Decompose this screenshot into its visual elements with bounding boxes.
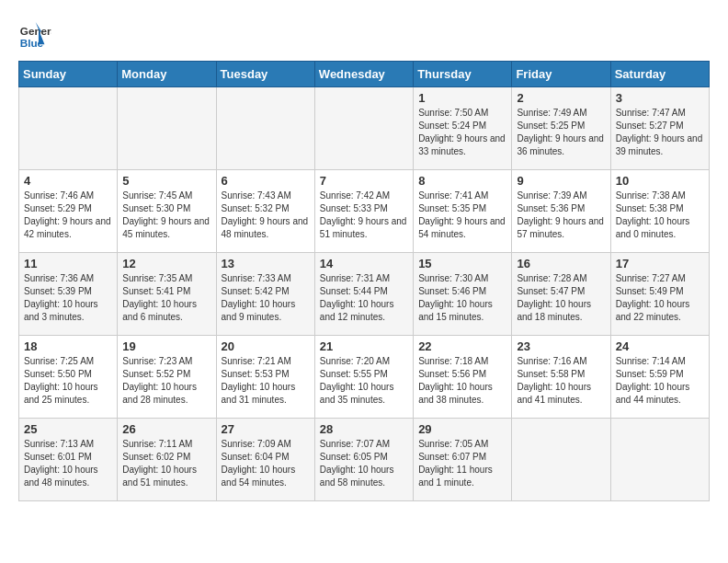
day-info: Sunset: 5:38 PM — [616, 202, 704, 215]
day-info: Sunrise: 7:14 AM — [616, 355, 704, 368]
day-number: 8 — [418, 174, 506, 188]
day-info: Sunrise: 7:42 AM — [320, 190, 408, 202]
day-info: Sunset: 5:44 PM — [320, 285, 408, 298]
calendar-cell — [19, 87, 118, 170]
day-info: Sunset: 6:01 PM — [24, 451, 112, 464]
day-number: 9 — [517, 174, 605, 188]
calendar-cell — [118, 87, 216, 170]
day-number: 26 — [122, 422, 210, 436]
logo-icon: General Blue — [18, 18, 51, 52]
day-header-friday: Friday — [512, 62, 610, 87]
day-info: Daylight: 10 hours and 0 minutes. — [616, 215, 704, 241]
calendar-cell: 16Sunrise: 7:28 AMSunset: 5:47 PMDayligh… — [512, 253, 610, 336]
calendar-table: SundayMondayTuesdayWednesdayThursdayFrid… — [18, 61, 710, 501]
day-info: Sunrise: 7:11 AM — [122, 438, 210, 451]
day-info: Daylight: 10 hours and 12 minutes. — [320, 298, 408, 324]
day-number: 17 — [616, 257, 704, 270]
day-number: 13 — [222, 257, 310, 270]
day-info: Daylight: 10 hours and 9 minutes. — [222, 298, 310, 324]
calendar-cell — [512, 419, 610, 501]
day-info: Sunset: 5:41 PM — [122, 285, 210, 298]
day-info: Daylight: 10 hours and 54 minutes. — [222, 464, 310, 489]
day-info: Sunset: 5:29 PM — [24, 202, 112, 215]
calendar-cell: 18Sunrise: 7:25 AMSunset: 5:50 PMDayligh… — [19, 336, 118, 419]
calendar-cell: 1Sunrise: 7:50 AMSunset: 5:24 PMDaylight… — [414, 87, 512, 170]
day-info: Daylight: 10 hours and 58 minutes. — [320, 464, 408, 489]
day-info: Daylight: 9 hours and 57 minutes. — [517, 215, 605, 241]
day-info: Sunrise: 7:07 AM — [320, 438, 408, 451]
day-number: 6 — [222, 174, 310, 188]
calendar-cell — [610, 419, 709, 501]
calendar-cell: 25Sunrise: 7:13 AMSunset: 6:01 PMDayligh… — [19, 419, 118, 501]
day-info: Sunrise: 7:25 AM — [24, 355, 112, 368]
day-number: 7 — [320, 174, 408, 188]
calendar-week-3: 11Sunrise: 7:36 AMSunset: 5:39 PMDayligh… — [19, 253, 710, 336]
day-info: Sunrise: 7:38 AM — [616, 190, 704, 202]
day-info: Daylight: 11 hours and 1 minute. — [418, 464, 506, 489]
calendar-cell: 23Sunrise: 7:16 AMSunset: 5:58 PMDayligh… — [512, 336, 610, 419]
calendar-cell: 4Sunrise: 7:46 AMSunset: 5:29 PMDaylight… — [19, 170, 118, 253]
day-number: 3 — [616, 91, 704, 105]
day-info: Daylight: 9 hours and 39 minutes. — [616, 132, 704, 158]
day-header-saturday: Saturday — [610, 62, 709, 87]
day-info: Daylight: 9 hours and 36 minutes. — [517, 132, 605, 158]
day-info: Sunrise: 7:27 AM — [616, 272, 704, 285]
day-info: Sunrise: 7:13 AM — [24, 438, 112, 451]
day-info: Sunset: 6:02 PM — [122, 451, 210, 464]
day-info: Sunrise: 7:23 AM — [122, 355, 210, 368]
day-info: Sunset: 5:52 PM — [122, 368, 210, 381]
day-number: 18 — [24, 339, 112, 353]
day-info: Sunset: 5:50 PM — [24, 368, 112, 381]
day-number: 16 — [517, 257, 605, 270]
day-info: Daylight: 10 hours and 25 minutes. — [24, 381, 112, 407]
day-info: Sunrise: 7:33 AM — [222, 272, 310, 285]
calendar-cell: 29Sunrise: 7:05 AMSunset: 6:07 PMDayligh… — [414, 419, 512, 501]
day-info: Sunrise: 7:45 AM — [122, 190, 210, 202]
day-info: Sunrise: 7:09 AM — [222, 438, 310, 451]
day-info: Sunrise: 7:36 AM — [24, 272, 112, 285]
calendar-cell: 5Sunrise: 7:45 AMSunset: 5:30 PMDaylight… — [118, 170, 216, 253]
day-number: 1 — [418, 91, 506, 105]
day-header-tuesday: Tuesday — [216, 62, 314, 87]
calendar-cell: 15Sunrise: 7:30 AMSunset: 5:46 PMDayligh… — [414, 253, 512, 336]
day-info: Daylight: 10 hours and 35 minutes. — [320, 381, 408, 407]
day-info: Sunset: 5:36 PM — [517, 202, 605, 215]
day-info: Sunset: 6:04 PM — [222, 451, 310, 464]
calendar-week-1: 1Sunrise: 7:50 AMSunset: 5:24 PMDaylight… — [19, 87, 710, 170]
day-info: Sunset: 5:49 PM — [616, 285, 704, 298]
day-number: 29 — [418, 422, 506, 436]
day-number: 20 — [222, 339, 310, 353]
day-number: 4 — [24, 174, 112, 188]
day-info: Sunset: 6:05 PM — [320, 451, 408, 464]
logo: General Blue — [18, 18, 55, 52]
day-info: Sunrise: 7:28 AM — [517, 272, 605, 285]
day-info: Sunset: 5:47 PM — [517, 285, 605, 298]
calendar-cell: 2Sunrise: 7:49 AMSunset: 5:25 PMDaylight… — [512, 87, 610, 170]
calendar-week-4: 18Sunrise: 7:25 AMSunset: 5:50 PMDayligh… — [19, 336, 710, 419]
day-info: Sunset: 5:32 PM — [222, 202, 310, 215]
page-header: General Blue — [18, 18, 710, 52]
day-info: Sunset: 5:42 PM — [222, 285, 310, 298]
calendar-cell: 17Sunrise: 7:27 AMSunset: 5:49 PMDayligh… — [610, 253, 709, 336]
day-number: 24 — [616, 339, 704, 353]
day-number: 23 — [517, 339, 605, 353]
day-info: Sunrise: 7:39 AM — [517, 190, 605, 202]
day-info: Sunset: 5:39 PM — [24, 285, 112, 298]
calendar-cell: 12Sunrise: 7:35 AMSunset: 5:41 PMDayligh… — [118, 253, 216, 336]
day-info: Daylight: 10 hours and 31 minutes. — [222, 381, 310, 407]
calendar-cell: 7Sunrise: 7:42 AMSunset: 5:33 PMDaylight… — [314, 170, 413, 253]
day-header-wednesday: Wednesday — [314, 62, 413, 87]
day-number: 21 — [320, 339, 408, 353]
day-number: 19 — [122, 339, 210, 353]
day-info: Daylight: 9 hours and 45 minutes. — [122, 215, 210, 241]
calendar-cell: 14Sunrise: 7:31 AMSunset: 5:44 PMDayligh… — [314, 253, 413, 336]
calendar-cell — [216, 87, 314, 170]
calendar-header: SundayMondayTuesdayWednesdayThursdayFrid… — [19, 62, 710, 87]
calendar-cell — [314, 87, 413, 170]
calendar-cell: 10Sunrise: 7:38 AMSunset: 5:38 PMDayligh… — [610, 170, 709, 253]
calendar-cell: 21Sunrise: 7:20 AMSunset: 5:55 PMDayligh… — [314, 336, 413, 419]
day-info: Sunrise: 7:18 AM — [418, 355, 506, 368]
day-info: Daylight: 9 hours and 54 minutes. — [418, 215, 506, 241]
calendar-cell: 26Sunrise: 7:11 AMSunset: 6:02 PMDayligh… — [118, 419, 216, 501]
day-number: 25 — [24, 422, 112, 436]
